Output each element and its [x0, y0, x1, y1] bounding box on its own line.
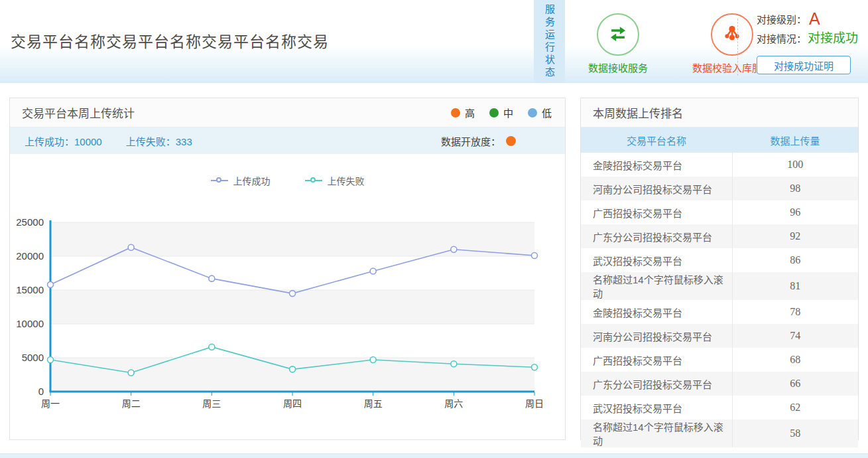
link-status-value: 对接成功 [808, 32, 858, 44]
platform-name-cell: 广西招投标交易平台 [581, 348, 732, 372]
ranking-card: 本周数据上传排名 交易平台名称 数据上传量 金陵招投标交易平台100河南分公司招… [580, 98, 859, 440]
service-status-group: 数据接收服务 数据校验入库服务 [572, 13, 778, 74]
upload-stats-header: 交易平台本周上传统计 高中低 [10, 98, 565, 127]
ranking-title: 本周数据上传排名 [593, 104, 683, 121]
data-point [370, 357, 376, 363]
tab-service-status[interactable]: 服务运行状态 [534, 0, 565, 83]
upload-stats-card: 交易平台本周上传统计 高中低 上传成功：10000上传失败：333 数据开放度：… [9, 98, 566, 440]
data-point [370, 268, 376, 274]
table-row[interactable]: 金陵招投标交易平台78 [581, 300, 858, 324]
table-row[interactable]: 河南分公司招投标交易平台74 [581, 324, 858, 348]
table-row[interactable]: 广西招投标交易平台96 [581, 200, 858, 224]
chart-legend-item[interactable]: 上传成功 [211, 174, 271, 187]
upload-amount-cell: 62 [732, 396, 858, 420]
x-axis-tick-label: 周一 [41, 398, 60, 409]
level-legend-item: 低 [528, 106, 552, 119]
platform-name-cell: 广西招投标交易平台 [581, 200, 732, 224]
tab-service-status-label: 服务运行状态 [542, 4, 556, 80]
platform-name-cell: 广东分公司招投标交易平台 [581, 224, 732, 248]
table-row[interactable]: 名称超过14个字符鼠标移入滚动81 [581, 272, 858, 300]
data-openness: 数据开放度： [441, 134, 516, 148]
level-legend-label: 低 [542, 106, 552, 119]
platform-name-cell: 广东分公司招投标交易平台 [581, 372, 732, 396]
upload-amount-cell: 81 [732, 272, 858, 300]
upload-amount-cell: 68 [732, 348, 858, 372]
platform-name-cell: 河南分公司招投标交易平台 [581, 177, 732, 200]
column-upload-amount: 数据上传量 [732, 127, 858, 153]
cert-proof-button[interactable]: 对接成功证明 [757, 56, 851, 74]
y-axis-tick-label: 15000 [16, 284, 44, 295]
y-axis-tick-label: 5000 [22, 352, 44, 363]
ranking-table-body: 金陵招投标交易平台100河南分公司招投标交易平台98广西招投标交易平台96广东分… [581, 153, 858, 447]
platform-name-cell: 金陵招投标交易平台 [581, 300, 732, 324]
ranking-table-header-row: 交易平台名称 数据上传量 [581, 127, 858, 153]
data-point [451, 361, 457, 367]
upload-stats-title: 交易平台本周上传统计 [22, 104, 135, 121]
upload-chart: 0500010000150002000025000周一周二周三周四周五周六周日 [10, 154, 565, 439]
data-point [128, 244, 134, 250]
chart-band [50, 358, 534, 392]
level-legend-dot [451, 108, 460, 117]
upload-counters: 上传成功：10000上传失败：333 [25, 134, 192, 148]
table-row[interactable]: 金陵招投标交易平台100 [581, 153, 858, 177]
data-point [48, 281, 54, 287]
data-openness-dot [506, 136, 516, 146]
upload-amount-cell: 66 [732, 372, 858, 396]
upload-stats-row: 上传成功：10000上传失败：333 数据开放度： [10, 127, 565, 154]
platform-name-cell: 金陵招投标交易平台 [581, 153, 732, 177]
chart-legend-marker [305, 180, 322, 181]
table-row[interactable]: 广西招投标交易平台68 [581, 348, 858, 372]
platform-name-cell: 名称超过14个字符鼠标移入滚动 [581, 420, 732, 447]
page-header: 交易平台名称交易平台名称交易平台名称交易 服务运行状态 数据接收服务 [0, 0, 868, 83]
y-axis-tick-label: 25000 [16, 216, 44, 228]
data-point [128, 370, 134, 376]
table-row[interactable]: 武汉招投标交易平台62 [581, 396, 858, 420]
link-level-value: A [809, 11, 820, 27]
data-point [209, 344, 215, 350]
upload-amount-cell: 58 [732, 420, 858, 447]
table-row[interactable]: 广东分公司招投标交易平台66 [581, 372, 858, 396]
level-legend-dot [489, 108, 499, 117]
data-point [209, 275, 215, 281]
link-status-label: 对接情况： [757, 31, 806, 45]
upload-amount-cell: 98 [732, 177, 858, 200]
y-axis-tick-label: 20000 [16, 250, 44, 262]
y-axis-tick-label: 0 [38, 386, 44, 397]
upload-amount-cell: 78 [732, 300, 858, 324]
chart-legend: 上传成功上传失败 [10, 174, 565, 187]
service-data-receive[interactable]: 数据接收服务 [572, 13, 664, 74]
footer-strip [0, 453, 868, 458]
table-row[interactable]: 武汉招投标交易平台86 [581, 248, 858, 272]
x-axis-tick-label: 周五 [364, 398, 383, 409]
upload-counter: 上传失败：333 [126, 134, 192, 148]
link-info-block: 对接级别： A 对接情况： 对接成功 对接成功证明 [757, 11, 863, 74]
level-legend-dot [528, 108, 537, 117]
level-legend-label: 高 [465, 106, 475, 119]
chart-legend-item[interactable]: 上传失败 [305, 174, 365, 187]
x-axis-tick-label: 周六 [444, 398, 463, 409]
data-openness-label: 数据开放度： [441, 134, 501, 148]
data-point [451, 246, 457, 252]
link-level-label: 对接级别： [757, 12, 806, 26]
ranking-header: 本周数据上传排名 [581, 98, 858, 127]
platform-name-cell: 武汉招投标交易平台 [581, 396, 732, 420]
upload-amount-cell: 86 [732, 248, 858, 272]
x-axis-tick-label: 周四 [283, 398, 302, 409]
share-nodes-icon [721, 22, 743, 47]
level-legend: 高中低 [451, 106, 552, 119]
service-data-validate-circle [711, 13, 753, 56]
platform-name-cell: 武汉招投标交易平台 [581, 248, 732, 272]
data-point [532, 364, 538, 370]
platform-name-cell: 名称超过14个字符鼠标移入滚动 [581, 272, 732, 300]
ranking-table: 交易平台名称 数据上传量 金陵招投标交易平台100河南分公司招投标交易平台98广… [581, 127, 858, 447]
level-legend-label: 中 [503, 106, 513, 119]
upload-amount-cell: 100 [732, 153, 858, 177]
table-row[interactable]: 名称超过14个字符鼠标移入滚动58 [581, 420, 858, 447]
data-point [48, 357, 54, 363]
x-axis-tick-label: 周日 [525, 398, 544, 409]
chart-band [50, 324, 534, 358]
level-legend-item: 中 [489, 106, 513, 119]
upload-counter: 上传成功：10000 [25, 134, 102, 148]
table-row[interactable]: 河南分公司招投标交易平台98 [581, 177, 858, 200]
table-row[interactable]: 广东分公司招投标交易平台92 [581, 224, 858, 248]
